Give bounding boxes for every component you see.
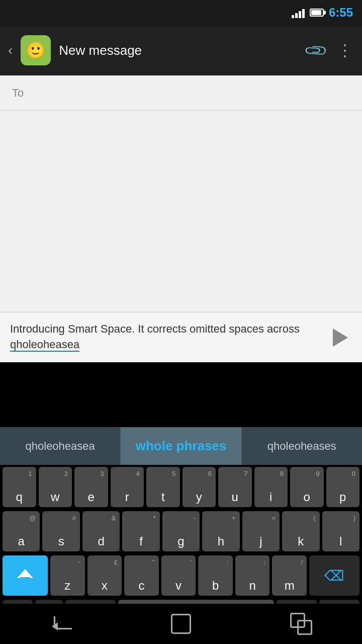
shift-key[interactable]	[3, 555, 48, 596]
suggestion-1[interactable]: qholeoheasea	[0, 427, 121, 465]
status-bar: 6:55	[0, 0, 362, 25]
key-g[interactable]: -g	[162, 511, 200, 551]
key-o[interactable]: 9o	[290, 467, 324, 507]
suggestion-2[interactable]: whole phrases	[121, 427, 241, 465]
to-label: To	[12, 87, 24, 100]
key-i[interactable]: 8i	[254, 467, 288, 507]
key-p[interactable]: 0p	[326, 467, 360, 507]
key-h[interactable]: +h	[202, 511, 239, 551]
app-icon: 🙂	[21, 35, 51, 65]
attach-button[interactable]: 📎	[303, 38, 328, 63]
suggestion-3[interactable]: qholeoheases	[242, 427, 362, 465]
more-options-button[interactable]: ⋮	[337, 41, 354, 60]
signal-icon	[292, 7, 305, 18]
key-t[interactable]: 5t	[146, 467, 180, 507]
keyboard-row-3: –z £x "c 'v :b ;n /m ⌫	[0, 553, 362, 598]
key-w[interactable]: 2w	[39, 467, 72, 507]
compose-text[interactable]: Introducing Smart Space. It corrects omi…	[10, 321, 322, 353]
nav-back-button[interactable]	[35, 610, 87, 637]
key-a[interactable]: @a	[3, 511, 40, 551]
compose-area: Introducing Smart Space. It corrects omi…	[0, 312, 362, 362]
key-r[interactable]: 4r	[111, 467, 144, 507]
backspace-icon: ⌫	[324, 568, 344, 584]
key-q[interactable]: 1q	[3, 467, 36, 507]
key-s[interactable]: #s	[42, 511, 79, 551]
keyboard-row-1: 1q 2w 3e 4r 5t 6y 7u 8i 9o 0p	[0, 465, 362, 509]
key-u[interactable]: 7u	[218, 467, 252, 507]
key-x[interactable]: £x	[87, 555, 122, 596]
key-y[interactable]: 6y	[183, 467, 216, 507]
key-e[interactable]: 3e	[74, 467, 108, 507]
keyboard-row-2: @a #s &d *f -g +h =j (k )l	[0, 509, 362, 553]
key-k[interactable]: (k	[282, 511, 319, 551]
key-d[interactable]: &d	[82, 511, 120, 551]
message-body-area[interactable]	[0, 111, 362, 312]
key-j[interactable]: =j	[242, 511, 280, 551]
app-bar: ‹ 🙂 New message 📎 ⋮	[0, 25, 362, 75]
key-l[interactable]: )l	[322, 511, 359, 551]
send-button[interactable]	[327, 324, 354, 351]
nav-bar	[0, 604, 362, 644]
to-input[interactable]	[24, 87, 350, 100]
back-button[interactable]: ‹	[8, 42, 13, 58]
nav-home-button[interactable]	[156, 608, 206, 640]
key-v[interactable]: 'v	[161, 555, 196, 596]
key-z[interactable]: –z	[50, 555, 85, 596]
suggestions-bar: qholeoheasea whole phrases qholeoheases	[0, 427, 362, 465]
key-f[interactable]: *f	[122, 511, 159, 551]
compose-text-prefix: Introducing Smart Space. It corrects omi…	[10, 323, 300, 335]
nav-recents-button[interactable]	[275, 607, 327, 641]
compose-text-word: qholeoheasea	[10, 338, 79, 352]
page-title: New message	[59, 43, 298, 58]
status-time: 6:55	[329, 6, 353, 20]
key-n[interactable]: ;n	[235, 555, 270, 596]
key-c[interactable]: "c	[124, 555, 159, 596]
to-field-area: To	[0, 75, 362, 111]
backspace-key[interactable]: ⌫	[309, 555, 359, 596]
key-m[interactable]: /m	[272, 555, 307, 596]
battery-icon	[310, 9, 324, 17]
key-b[interactable]: :b	[198, 555, 233, 596]
